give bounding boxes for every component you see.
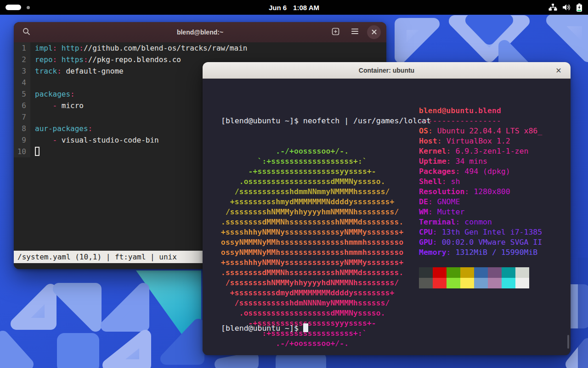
palette-swatch [515,278,529,288]
shell-prompt-line: [blend@ubuntu ~]$ neofetch | /usr/games/… [221,116,431,126]
info-row: Kernel: 6.9.3-zen1-1-zen [419,146,542,156]
art-line: /sssssssshNMMMyhhyyyyhdNMMMNhssssssss/ [221,278,431,288]
info-row: GPU: 00:02.0 VMware SVGA II [419,237,542,247]
editor-line: 1impl: http://github.com/blend-os/tracks… [14,42,386,54]
info-row: CPU: 13th Gen Intel i7-1385 [419,227,542,237]
art-line: +sssshhhyNMMNyssssssssssssyNMMMysssssss+ [221,258,431,268]
art-line: /sssssssshNMMMyhhyyyyhmNMMMNhssssssss/ [221,207,431,217]
new-tab-icon [332,28,339,37]
info-row: Host: VirtualBox 1.2 [419,136,542,146]
art-line: ossyNMMMNyMMhsssssssssssssshmmmhssssssso [221,247,431,258]
hamburger-menu-icon [351,28,359,36]
neofetch-ascii-logo: .-/+oossssoo+/-. `:+ssssssssssssssssss+:… [221,146,431,349]
terminal-color-palette [419,267,542,288]
close-button[interactable] [367,25,381,39]
close-icon [372,28,377,36]
palette-swatch [419,267,433,278]
info-row: Resolution: 588x368 [419,187,542,197]
info-row: DE: GNOME [419,197,542,207]
terminal-cursor [303,323,308,332]
container-window-title: Container: ubuntu [359,67,414,74]
neofetch-underline: ------------------ [419,116,542,126]
palette-swatch [488,267,502,278]
art-line: +sssshhhyNMMNyssssssssssssyNMMMysssssss+ [221,227,431,237]
clock[interactable]: Jun 6 1:08 AM [269,0,319,15]
info-row: Packages: 494 (dpkg) [419,167,542,177]
system-status-area[interactable] [548,3,582,12]
palette-swatch [474,267,488,278]
art-line: `:+ssssssssssssssssss+:` [221,156,431,167]
palette-swatch [502,278,515,288]
palette-swatch [515,267,529,278]
palette-swatch [433,267,447,278]
container-titlebar[interactable]: Container: ubuntu ✕ [203,62,571,79]
workspace-indicator-active[interactable] [6,5,21,10]
palette-swatch [447,267,460,278]
new-tab-button[interactable] [328,25,342,39]
container-window: Container: ubuntu ✕ [blend@ubuntu ~]$ ne… [203,62,571,355]
editor-cursor [35,147,40,156]
neofetch-info: blend@ubuntu.blend------------------OS: … [419,106,542,288]
art-line: ossyNMMMNyMMhsssssssssssssshmmmhssssssso [221,237,431,247]
shell-command: neofetch | /usr/games/lolcat [303,116,431,125]
info-row: Shell: sh [419,177,542,187]
workspace-indicator-dot[interactable] [27,6,30,9]
art-line: .ssssssssdMMMNhsssssssssshNMMMdssssssss. [221,268,431,278]
art-line: .ssssssssdMMMNhsssssssssshNMMMdssssssss. [221,217,431,227]
search-button[interactable] [19,25,33,39]
art-line: +ssssssssshmydMMMMMMMNddddyssssssss+ [221,197,431,207]
terminal-titlebar[interactable]: blend@blend:~ [14,22,386,42]
palette-swatch [460,278,474,288]
info-row: OS: Ubuntu 22.04.4 LTS x86_ [419,126,542,136]
search-icon [23,28,30,37]
clock-date: Jun 6 [269,4,287,12]
art-line: .ossssssssssssssssssdMMMNysssso. [221,308,431,318]
neofetch-user-host: blend@ubuntu.blend [419,106,542,116]
palette-swatch [433,278,447,288]
container-close-button[interactable]: ✕ [552,62,565,79]
scrollbar-thumb[interactable] [567,335,569,349]
art-line: .ossssssssssssssssssdMMMNysssso. [221,177,431,187]
palette-swatch [460,267,474,278]
info-row: Uptime: 34 mins [419,156,542,167]
art-line: .-/+oossssoo+/-. [221,146,431,156]
palette-swatch [502,267,515,278]
palette-swatch [419,278,433,288]
shell-prompt-line: [blend@ubuntu ~]$ [221,323,308,334]
info-row: WM: Mutter [419,207,542,217]
network-wired-icon [548,3,557,12]
art-line: -+ssssssssssssssssssyyssss+- [221,167,431,177]
art-line: +sssssssssdmydMMMMMMMMddddyssssssss+ [221,288,431,298]
palette-swatch [447,278,460,288]
container-terminal[interactable]: [blend@ubuntu ~]$ neofetch | /usr/games/… [203,79,571,355]
info-row: Memory: 1312MiB / 15990MiB [419,247,542,258]
close-icon: ✕ [555,66,561,75]
volume-icon [562,3,571,12]
info-row: Terminal: conmon [419,217,542,227]
top-bar: Jun 6 1:08 AM [0,0,588,15]
palette-swatch [488,278,502,288]
clock-time: 1:08 AM [293,4,319,12]
art-line: /ssssssssssshdmNNNNmyNMMMMhssssss/ [221,298,431,308]
menu-button[interactable] [348,25,362,39]
palette-swatch [474,278,488,288]
art-line: /ssssssssssshdmmNNmmyNMMMMhssssss/ [221,187,431,197]
battery-charging-icon [576,3,582,12]
art-line: .-/+oossssoo+/-. [221,339,431,349]
